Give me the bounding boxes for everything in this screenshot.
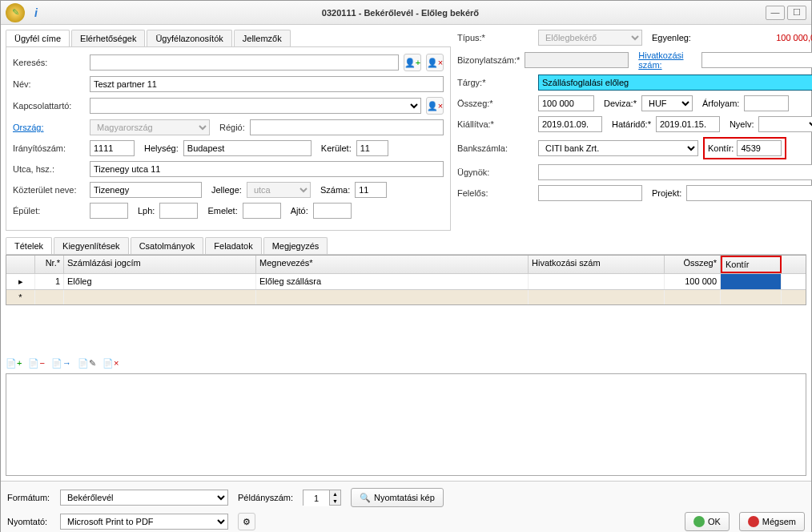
col-hivszam[interactable]: Hivatkozási szám [529, 256, 665, 273]
cell-jogcim[interactable]: Előleg [64, 274, 256, 289]
row-indicator-icon: ▸ [6, 274, 35, 289]
copies-down-icon[interactable]: ▼ [329, 498, 340, 505]
lang-select[interactable] [758, 116, 812, 132]
maximize-button[interactable]: ☐ [787, 6, 806, 20]
add-customer-icon[interactable]: 👤+ [404, 54, 421, 71]
col-kontir[interactable]: Kontír [721, 256, 782, 273]
agent-input[interactable] [538, 164, 812, 180]
staircase-label: Lph: [138, 206, 155, 216]
col-jogcim[interactable]: Számlázási jogcím [64, 256, 256, 273]
rate-label: Árfolyam: [702, 99, 739, 108]
amount-label: Összeg:* [457, 99, 533, 108]
agent-label: Ügynök: [457, 167, 533, 177]
resp-input[interactable] [538, 185, 642, 201]
remove-row-icon[interactable]: 📄× [103, 358, 119, 369]
floor-input[interactable] [243, 203, 281, 219]
cancel-button[interactable]: Mégsem [739, 512, 805, 531]
name-label: Név: [13, 79, 85, 89]
search-input[interactable] [90, 54, 399, 71]
move-row-icon[interactable]: 📄→ [51, 358, 71, 369]
cell-hivszam[interactable] [529, 274, 665, 289]
printer-select[interactable]: Microsoft Print to PDF [60, 514, 228, 530]
amount-input[interactable] [538, 95, 594, 111]
city-label: Helység: [144, 143, 179, 153]
currency-select[interactable]: HUF [641, 95, 693, 111]
row-indicator-header [6, 256, 35, 273]
minimize-button[interactable]: — [766, 6, 785, 20]
deadline-input[interactable] [656, 116, 720, 132]
zip-input[interactable] [90, 140, 135, 156]
issued-input[interactable] [538, 116, 602, 132]
currency-label: Deviza:* [604, 99, 637, 108]
cell-osszeg[interactable]: 100 000 [665, 274, 721, 289]
doctype-select[interactable]: Előlegbekérő [538, 30, 642, 46]
district-label: Kerület: [321, 143, 352, 153]
district-input[interactable] [356, 140, 388, 156]
building-label: Épület: [13, 206, 85, 216]
contact-label: Kapcsolattartó: [13, 101, 85, 111]
country-label[interactable]: Ország: [13, 123, 85, 132]
tab-note[interactable]: Megjegyzés [263, 237, 328, 254]
doctype-label: Típus:* [457, 33, 533, 42]
tab-items[interactable]: Tételek [6, 237, 52, 254]
zip-label: Irányítószám: [13, 143, 85, 153]
table-row[interactable]: ▸ 1 Előleg Előleg szállásra 100 000 [6, 273, 806, 289]
contact-select[interactable] [90, 98, 421, 114]
tab-customer-ids[interactable]: Ügyfélazonosítók [147, 30, 231, 46]
edit-row-icon[interactable]: 📄✎ [78, 358, 96, 369]
staircase-input[interactable] [159, 203, 198, 219]
col-megnev[interactable]: Megnevezés* [256, 256, 529, 273]
tab-customer-address[interactable]: Ügyfél címe [6, 30, 70, 46]
cell-nr[interactable]: 1 [35, 274, 64, 289]
print-preview-label: Nyomtatási kép [374, 493, 435, 502]
tab-settlements[interactable]: Kiegyenlítések [54, 237, 129, 254]
bank-label: Bankszámla: [457, 143, 533, 153]
col-osszeg[interactable]: Összeg* [665, 256, 721, 273]
street-input[interactable] [90, 161, 444, 177]
docnum-input[interactable] [525, 52, 629, 68]
cell-kontir[interactable] [721, 274, 782, 289]
subject-input[interactable] [538, 75, 812, 91]
remove-customer-icon[interactable]: 👤× [426, 54, 444, 71]
printer-settings-icon[interactable]: ⚙ [238, 513, 255, 530]
tab-tasks[interactable]: Feladatok [205, 237, 261, 254]
copies-spinner[interactable]: ▲▼ [303, 490, 341, 506]
subject-label: Tárgy:* [457, 78, 533, 87]
col-nr[interactable]: Nr.* [35, 256, 64, 273]
kontir-input[interactable] [737, 140, 782, 156]
table-row[interactable]: * [6, 289, 806, 304]
country-select[interactable]: Magyarország [90, 119, 210, 135]
region-input[interactable] [250, 119, 444, 135]
ok-button[interactable]: OK [685, 512, 730, 531]
format-select[interactable]: Bekérőlevél [60, 490, 228, 506]
door-label: Ajtó: [291, 206, 308, 216]
rate-input[interactable] [744, 95, 789, 111]
delete-row-icon[interactable]: 📄− [28, 358, 44, 369]
city-input[interactable] [183, 140, 312, 156]
copies-up-icon[interactable]: ▲ [329, 490, 340, 498]
project-input[interactable] [686, 185, 812, 201]
refnum-input[interactable] [701, 52, 812, 68]
tab-contacts[interactable]: Elérhetőségek [71, 30, 145, 46]
refnum-label[interactable]: Hivatkozási szám: [638, 50, 697, 70]
add-row-icon[interactable]: 📄+ [6, 358, 22, 369]
tab-properties[interactable]: Jellemzők [234, 30, 291, 46]
building-input[interactable] [90, 203, 128, 219]
number-input[interactable] [355, 182, 387, 198]
deadline-label: Határidő:* [612, 119, 651, 129]
remove-contact-icon[interactable]: 👤× [426, 97, 444, 115]
items-grid[interactable]: Nr.* Számlázási jogcím Megnevezés* Hivat… [6, 255, 806, 305]
name-input[interactable] [90, 76, 444, 92]
bank-select[interactable]: CITI bank Zrt. [538, 140, 698, 156]
public-area-label: Közterület neve: [13, 185, 85, 195]
door-input[interactable] [313, 203, 352, 219]
copies-input[interactable] [303, 490, 329, 506]
print-preview-button[interactable]: 🔍 Nyomtatási kép [351, 488, 444, 507]
cancel-icon [748, 516, 759, 527]
tab-attachments[interactable]: Csatolmányok [131, 237, 204, 254]
type-select[interactable]: utca [247, 182, 311, 198]
public-area-input[interactable] [90, 182, 202, 198]
resp-label: Felelős: [457, 188, 533, 198]
note-textarea[interactable] [6, 373, 806, 476]
cell-megnev[interactable]: Előleg szállásra [256, 274, 529, 289]
